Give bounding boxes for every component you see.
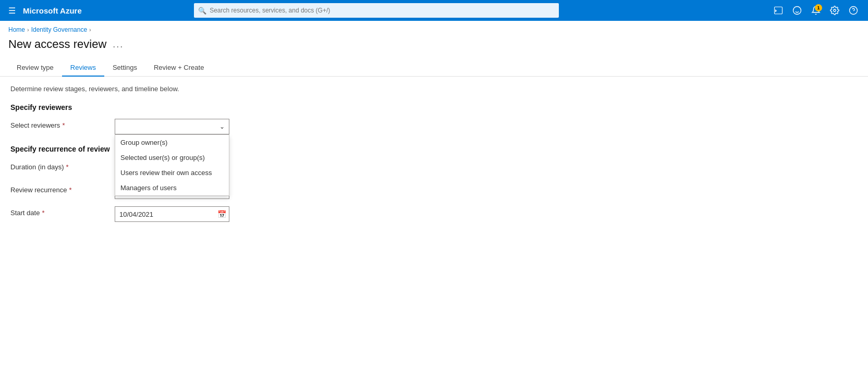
search-container: 🔍 [194,3,559,18]
start-date-row: Start date * 📅 [10,206,858,222]
start-date-required-mark: * [42,209,44,217]
tab-review-create[interactable]: Review + Create [145,59,212,77]
breadcrumb-sep-2: › [89,27,91,33]
dropdown-menu: Group owner(s) Selected user(s) or group… [115,134,229,196]
breadcrumb-identity-governance[interactable]: Identity Governance [31,26,87,33]
chevron-down-icon: ⌄ [219,123,225,130]
select-reviewers-dropdown[interactable]: ⌄ Group owner(s) Selected user(s) or gro… [115,119,229,134]
search-icon: 🔍 [198,7,206,15]
help-icon[interactable] [845,2,862,19]
tabs-container: Review type Reviews Settings Review + Cr… [0,59,868,77]
tab-reviews[interactable]: Reviews [62,59,104,77]
search-input[interactable] [194,3,559,18]
dropdown-item-users-own-access[interactable]: Users review their own access [115,165,229,180]
dropdown-button[interactable]: ⌄ [115,119,229,134]
topbar-icons: 1 [770,2,862,19]
review-recurrence-label: Review recurrence * [10,183,115,194]
breadcrumb-sep-1: › [27,27,29,33]
svg-point-5 [849,7,857,15]
notifications-icon[interactable]: 1 [808,2,824,19]
main-content: Determine review stages, reviewers, and … [0,77,868,238]
page-title: New access review [8,38,106,51]
feedback-icon[interactable] [789,2,805,19]
select-reviewers-label: Select reviewers * [10,119,115,129]
duration-required-mark: * [66,163,69,171]
dropdown-item-selected-users[interactable]: Selected user(s) or group(s) [115,150,229,165]
cloud-shell-icon[interactable] [770,2,787,19]
topbar: ☰ Microsoft Azure 🔍 1 [0,0,868,21]
content-description: Determine review stages, reviewers, and … [10,85,858,93]
breadcrumb-home[interactable]: Home [8,26,25,33]
start-date-input[interactable] [115,206,229,222]
svg-point-4 [834,9,836,12]
specify-reviewers-heading: Specify reviewers [10,103,858,111]
hamburger-icon[interactable]: ☰ [6,4,18,18]
settings-icon[interactable] [826,2,843,19]
notification-badge: 1 [815,4,822,11]
start-date-container: 📅 [115,206,229,222]
app-title: Microsoft Azure [23,6,82,15]
breadcrumb: Home › Identity Governance › [0,21,868,35]
start-date-label: Start date * [10,206,115,217]
recurrence-required-mark: * [69,186,71,194]
page-menu-button[interactable]: ... [113,39,124,50]
tab-review-type[interactable]: Review type [8,59,62,77]
dropdown-item-managers[interactable]: Managers of users [115,180,229,195]
required-mark: * [62,121,65,129]
tab-settings[interactable]: Settings [104,59,145,77]
page-header: New access review ... [0,35,868,59]
dropdown-item-group-owners[interactable]: Group owner(s) [115,135,229,150]
duration-label: Duration (in days) * [10,160,115,171]
select-reviewers-row: Select reviewers * ⌄ Group owner(s) Sele… [10,119,858,134]
svg-point-1 [793,7,801,15]
